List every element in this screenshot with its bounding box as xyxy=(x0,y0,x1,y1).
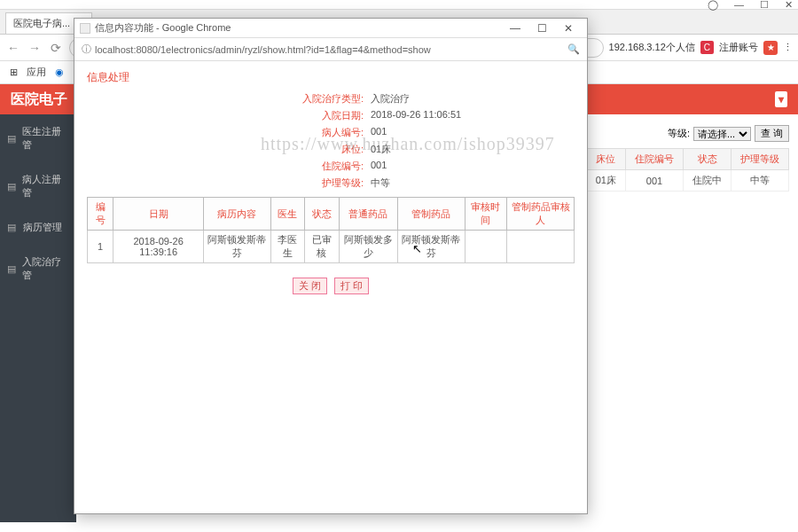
field-label: 入院日期: xyxy=(87,109,371,122)
field-value: 01床 xyxy=(371,143,391,156)
sidebar-item-label: 医生注册管 xyxy=(22,125,69,152)
maximize-icon[interactable]: ☐ xyxy=(760,0,769,11)
doc-icon: ▤ xyxy=(7,222,18,233)
query-button[interactable]: 查 询 xyxy=(755,125,789,142)
apps-label[interactable]: 应用 xyxy=(27,66,46,79)
sidebar-item-records[interactable]: ▤ 病历管理 xyxy=(0,210,76,245)
main-window-titlebar: ◯ — ☐ ✕ xyxy=(0,0,798,10)
register-badge[interactable]: C xyxy=(700,41,714,54)
field-label: 床位: xyxy=(87,143,371,156)
rth-4: 状态 xyxy=(305,198,340,231)
field-value: 001 xyxy=(371,160,387,173)
sidebar-item-label: 入院治疗管 xyxy=(22,255,69,282)
sidebar-item-doctor[interactable]: ▤ 医生注册管 xyxy=(0,114,76,162)
popup-address-bar: ⓘ localhost:8080/1electronics/admin/ryzl… xyxy=(74,38,587,61)
reload-icon[interactable]: ⟳ xyxy=(48,40,64,56)
record-row[interactable]: 1 2018-09-26 11:39:16 阿斯顿发斯蒂芬 李医生 已审核 阿斯… xyxy=(88,231,575,263)
doc-icon: ▤ xyxy=(7,181,17,192)
forward-icon[interactable]: → xyxy=(27,40,43,56)
addr-text: 192.168.3.12个人信 xyxy=(609,41,695,54)
sidebar-item-admission[interactable]: ▤ 入院治疗管 xyxy=(0,245,76,293)
info-icon[interactable]: ⓘ xyxy=(82,43,91,56)
app-title: 医院电子 xyxy=(11,90,67,109)
close-icon[interactable]: ✕ xyxy=(785,0,793,11)
th-bed: 床位 xyxy=(586,149,625,170)
popup-url[interactable]: localhost:8080/1electronics/admin/ryzl/s… xyxy=(95,44,564,55)
apps-icon[interactable]: ⊞ xyxy=(7,66,20,79)
back-icon[interactable]: ← xyxy=(5,40,21,56)
field-value: 中等 xyxy=(371,176,390,190)
page-icon xyxy=(80,23,90,34)
sidebar-item-patient[interactable]: ▤ 病人注册管 xyxy=(0,162,76,210)
field-value: 入院治疗 xyxy=(371,92,410,106)
button-row: 关 闭 打 印 xyxy=(87,278,575,294)
rth-0: 编号 xyxy=(88,198,113,231)
info-title: 信息处理 xyxy=(87,70,575,85)
sidebar-item-label: 病历管理 xyxy=(23,221,62,234)
register-label[interactable]: 注册账号 xyxy=(719,41,758,54)
th-admno: 住院编号 xyxy=(626,149,684,170)
field-value: 2018-09-26 11:06:51 xyxy=(371,109,461,122)
search-icon[interactable]: 🔍 xyxy=(567,43,580,55)
popup-maximize-icon[interactable]: ☐ xyxy=(528,22,555,35)
user-menu-icon[interactable]: ▾ xyxy=(775,91,787,107)
filter-select[interactable]: 请选择... xyxy=(693,127,751,141)
avatar-icon[interactable]: ◯ xyxy=(708,0,718,11)
minimize-icon[interactable]: — xyxy=(734,0,744,10)
table-row[interactable]: 01床 001 住院中 中等 xyxy=(586,170,788,192)
print-button[interactable]: 打 印 xyxy=(334,278,369,294)
rth-7: 审核时间 xyxy=(465,198,507,231)
filter-bar: 等级: 请选择... 查 询 xyxy=(668,125,789,142)
popup-minimize-icon[interactable]: — xyxy=(502,22,528,35)
rth-5: 普通药品 xyxy=(339,198,397,231)
rth-6: 管制药品 xyxy=(397,198,465,231)
popup-window: 信息内容功能 - Google Chrome — ☐ ✕ ⓘ localhost… xyxy=(74,18,588,514)
doc-icon: ▤ xyxy=(7,263,17,275)
menu-icon[interactable]: ⋮ xyxy=(783,42,793,53)
filter-label: 等级: xyxy=(668,127,690,140)
field-label: 病人编号: xyxy=(87,126,371,139)
field-value: 001 xyxy=(371,126,387,139)
rth-8: 管制药品审核人 xyxy=(507,198,575,231)
field-label: 住院编号: xyxy=(87,160,371,173)
th-level: 护理等级 xyxy=(732,149,789,170)
star-icon[interactable]: ★ xyxy=(763,41,778,55)
close-button[interactable]: 关 闭 xyxy=(293,278,327,294)
rth-2: 病历内容 xyxy=(204,198,271,231)
popup-titlebar: 信息内容功能 - Google Chrome — ☐ ✕ xyxy=(74,19,587,38)
sidebar-item-label: 病人注册管 xyxy=(22,173,69,200)
doc-icon: ▤ xyxy=(7,133,17,145)
popup-title: 信息内容功能 - Google Chrome xyxy=(95,21,502,35)
sidebar: ▤ 医生注册管 ▤ 病人注册管 ▤ 病历管理 ▤ 入院治疗管 xyxy=(0,114,76,522)
record-table: 编号 日期 病历内容 医生 状态 普通药品 管制药品 审核时间 管制药品审核人 … xyxy=(87,197,575,263)
field-label: 入院治疗类型: xyxy=(87,92,371,106)
rth-1: 日期 xyxy=(113,198,204,231)
popup-body: 信息处理 入院治疗类型:入院治疗 入院日期:2018-09-26 11:06:5… xyxy=(74,61,587,303)
field-label: 护理等级: xyxy=(87,176,371,190)
th-status: 状态 xyxy=(684,149,732,170)
main-table: 床位 住院编号 状态 护理等级 01床 001 住院中 中等 xyxy=(586,148,789,192)
shield-icon[interactable]: ◉ xyxy=(53,66,66,79)
rth-3: 医生 xyxy=(270,198,305,231)
popup-close-icon[interactable]: ✕ xyxy=(555,22,582,35)
